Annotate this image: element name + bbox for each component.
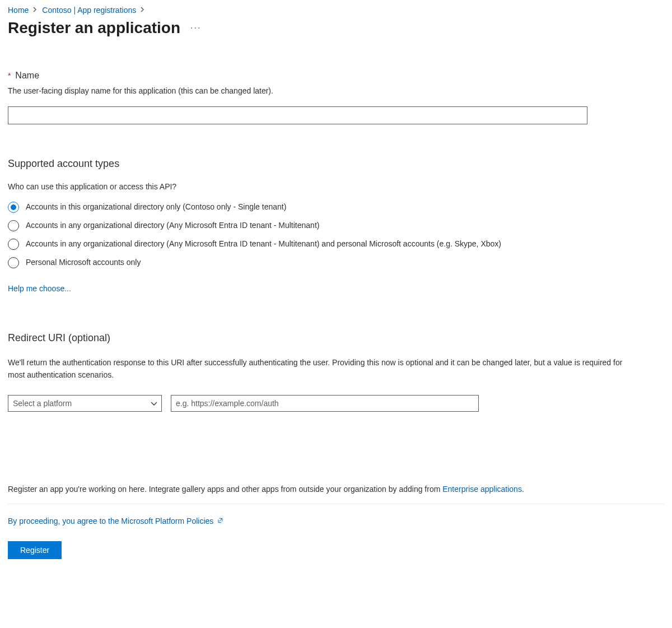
redirect-heading: Redirect URI (optional) [8, 332, 664, 344]
external-link-icon [217, 517, 223, 525]
required-indicator: * [8, 71, 11, 80]
account-types-radio-group: Accounts in this organizational director… [8, 201, 664, 268]
redirect-description: We'll return the authentication response… [8, 356, 641, 382]
breadcrumb-path[interactable]: Contoso | App registrations [42, 6, 136, 15]
policy-link[interactable]: By proceeding, you agree to the Microsof… [8, 517, 223, 525]
radio-button-icon [8, 257, 19, 268]
chevron-right-icon [33, 6, 38, 14]
radio-label: Personal Microsoft accounts only [26, 257, 141, 268]
bottom-note-prefix: Register an app you're working on here. … [8, 485, 442, 494]
radio-label: Accounts in any organizational directory… [26, 220, 319, 231]
more-actions-icon[interactable]: ··· [190, 23, 201, 33]
bottom-note-suffix: . [522, 485, 524, 494]
enterprise-applications-link[interactable]: Enterprise applications [442, 485, 522, 494]
radio-button-icon [8, 202, 19, 213]
divider [8, 504, 664, 504]
name-section: * Name The user-facing display name for … [8, 71, 664, 124]
radio-label: Accounts in any organizational directory… [26, 238, 501, 250]
policy-link-text: By proceeding, you agree to the Microsof… [8, 517, 213, 525]
platform-select[interactable]: Select a platform [8, 395, 162, 412]
radio-multitenant-personal[interactable]: Accounts in any organizational directory… [8, 238, 664, 250]
name-input[interactable] [8, 106, 587, 124]
name-help-text: The user-facing display name for this ap… [8, 86, 664, 95]
redirect-row: Select a platform [8, 395, 664, 412]
platform-select-value: Select a platform [13, 399, 72, 408]
help-me-choose-link[interactable]: Help me choose... [8, 284, 71, 293]
breadcrumb-home[interactable]: Home [8, 6, 29, 15]
account-types-subtext: Who can use this application or access t… [8, 182, 664, 191]
register-button[interactable]: Register [8, 541, 62, 559]
redirect-uri-input[interactable] [171, 395, 479, 412]
radio-multitenant[interactable]: Accounts in any organizational directory… [8, 220, 664, 231]
radio-single-tenant[interactable]: Accounts in this organizational director… [8, 201, 664, 213]
radio-label: Accounts in this organizational director… [26, 201, 286, 213]
account-types-heading: Supported account types [8, 158, 664, 170]
bottom-note: Register an app you're working on here. … [8, 485, 664, 494]
radio-button-icon [8, 220, 19, 231]
name-label: Name [15, 71, 39, 80]
chevron-right-icon [141, 6, 145, 14]
breadcrumb: Home Contoso | App registrations [8, 6, 664, 15]
page-title: Register an application [8, 19, 180, 37]
radio-personal-only[interactable]: Personal Microsoft accounts only [8, 257, 664, 268]
radio-button-icon [8, 239, 19, 250]
